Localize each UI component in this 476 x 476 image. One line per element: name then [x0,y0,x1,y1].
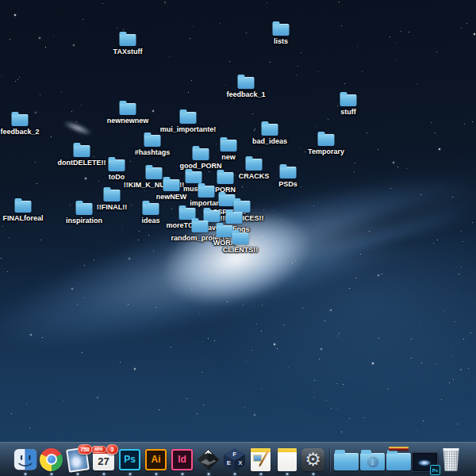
folder-icon [15,201,32,213]
folder-icon [193,148,209,160]
folder-label: lists [274,37,288,45]
desktop-folder-todo[interactable]: toDo [117,159,133,171]
dock-item-indesign[interactable]: Id [169,443,195,475]
folder-label: stuff [340,108,356,116]
folder-icon [198,186,215,198]
dock-item-finder[interactable] [12,443,38,475]
dock-item-system-preferences[interactable]: ⚙ [300,443,326,475]
folder-icon [109,159,125,171]
desktop-folder-newnewnew[interactable]: newnewnew [128,103,144,115]
desktop-folder-invoices[interactable]: !!INVOICES!! [242,201,259,213]
folder-icon [232,232,249,244]
folder-icon [144,135,161,147]
calendar-month: APR [91,446,106,453]
desktop[interactable]: TAXstuff lists feedback_1 stuff newnewne… [0,0,476,476]
folder-icon [120,103,136,115]
dock-item-calendar[interactable]: APR 273 [90,443,117,475]
desktop-folder-random-projects[interactable]: random_projects [200,221,217,232]
folder-icon [217,225,233,237]
dock-item-textedit[interactable] [274,443,300,475]
inkscape-logo [196,447,221,472]
dock-item-photoshop[interactable]: Ps [117,443,143,475]
folder-label: CLIENTS!! [223,246,259,254]
desktop-folder-final[interactable]: !!FINAL!! [112,190,129,202]
desktop-folder-dontdelete[interactable]: dontDELETE!! [82,145,98,157]
dock-item-inkscape[interactable] [195,443,221,475]
running-indicator [207,473,209,475]
desktop-folder-finalforeal[interactable]: FINALforeal [23,201,40,213]
dock-separator [326,444,333,474]
desktop-folder-good-porn[interactable]: good_PORN [201,148,217,160]
photoshop-logo: Ps [119,449,140,470]
desktop-folder-ideas[interactable]: ideas [151,203,167,215]
desktop-folder-feedback-1[interactable]: feedback_1 [246,77,263,89]
dock-item-trash[interactable] [438,443,464,475]
dock-item-fontexplorer[interactable]: F E X [221,443,248,475]
blank-document [278,448,297,471]
folder-label: TAXstuff [113,48,143,56]
dock-item-folder-downloads[interactable]: ↓ [359,443,386,475]
running-indicator [155,473,157,475]
folder-label: newNEW [156,193,187,201]
folder-icon [76,203,93,215]
desktop-folder-briefings[interactable]: Briefings [234,212,251,224]
folder-label: newnewnew [107,117,149,125]
desktop-folder-bad-ideas[interactable]: bad_ideas [270,124,286,136]
folder-icon [120,34,136,46]
folder-icon [12,114,29,126]
gear-icon: ⚙ [301,448,324,471]
desktop-folder-porn[interactable]: PORN [225,172,242,184]
folder-icon [238,77,255,89]
folder-label: !!FINAL!! [97,203,127,211]
folder-icon [280,167,297,178]
folder-icon [146,167,163,179]
desktop-folder-new[interactable]: new [228,140,245,152]
running-indicator [24,473,26,475]
downloads-folder-icon: ↓ [360,453,385,470]
running-indicator [181,473,183,475]
running-indicator [286,473,288,475]
folder-label: dontDELETE!! [58,159,106,167]
folder-label: bad_ideas [252,137,287,145]
desktop-folder-hashtags[interactable]: #hashtags [152,135,169,147]
desktop-folder-taxstuff[interactable]: TAXstuff [128,34,144,46]
dock-item-notes[interactable] [248,443,274,475]
dock-item-chrome[interactable] [38,443,64,475]
calendar-badge: 3 [106,444,118,455]
folder-icon [192,221,209,232]
running-indicator [129,473,131,475]
notes-document [251,448,271,471]
indesign-logo: Id [171,449,193,470]
desktop-folder-mui-importante[interactable]: mui_importante! [188,112,205,124]
running-indicator [76,473,79,475]
svg-text:E: E [227,459,231,466]
desktop-folder-stuff[interactable]: stuff [348,94,365,106]
photoshop-window-thumbnail: Ps [412,452,438,472]
desktop-folder-clients[interactable]: CLIENTS!! [240,232,257,244]
desktop-folder-cracks[interactable]: CRACKS [254,159,271,171]
folder-icon [104,190,121,202]
desktop-folder-newnew[interactable]: newNEW [171,179,188,191]
document-stack [389,447,409,451]
mail-badge: 758 [78,444,92,455]
folder-label: ideas [141,217,159,225]
desktop-folder-music[interactable]: music [194,171,210,183]
dock-item-psd-window[interactable]: Ps [412,443,438,475]
desktop-folder-inspiration[interactable]: inspiration [84,203,101,215]
dock-item-mail[interactable]: 758 [64,443,90,475]
desktop-folder-psds[interactable]: PSDs [288,167,305,178]
ps-file-badge: Ps [430,465,440,475]
desktop-folder-temporary[interactable]: Temporary [326,134,343,146]
dock-item-folder-stack[interactable] [386,443,412,475]
dock-item-illustrator[interactable]: Ai [143,443,169,475]
chrome-logo [40,448,63,471]
folder-label: Temporary [308,148,344,155]
dock-item-folder-documents[interactable] [333,443,359,475]
folder-icon [163,179,180,191]
folder-icon [273,24,290,36]
folder-icon [221,140,237,152]
folder-label: toDo [109,173,125,181]
desktop-folder-feedback-2[interactable]: feedback_2 [20,114,36,126]
folder-label: inspiration [66,217,102,225]
desktop-folder-lists[interactable]: lists [281,24,298,36]
